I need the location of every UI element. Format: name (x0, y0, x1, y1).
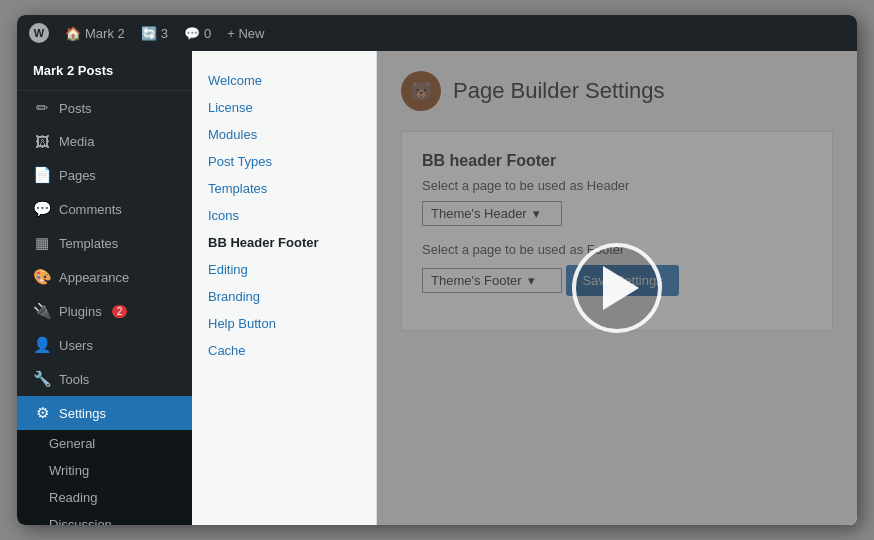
posts-label: Posts (59, 101, 92, 116)
settings-icon: ⚙ (33, 404, 51, 422)
pages-label: Pages (59, 168, 96, 183)
sidebar-item-templates[interactable]: ▦ Templates (17, 226, 192, 260)
comments-nav-label: Comments (59, 202, 122, 217)
pb-nav-bb-header-footer[interactable]: BB Header Footer (192, 229, 376, 256)
sidebar: Mark 2 Posts ✏ Posts 🖼 Media 📄 Pages 💬 C… (17, 51, 192, 525)
plugins-label: Plugins (59, 304, 102, 319)
users-icon: 👤 (33, 336, 51, 354)
comments-count: 0 (204, 26, 211, 41)
wp-logo-button[interactable]: W (29, 23, 49, 43)
video-overlay[interactable] (377, 51, 857, 525)
comments-icon: 💬 (184, 26, 200, 41)
updates-icon: 🔄 (141, 26, 157, 41)
pb-nav-post-types[interactable]: Post Types (192, 148, 376, 175)
sidebar-item-users[interactable]: 👤 Users (17, 328, 192, 362)
templates-label: Templates (59, 236, 118, 251)
pb-main: 🐻 Page Builder Settings BB header Footer… (377, 51, 857, 525)
media-icon: 🖼 (33, 133, 51, 150)
sidebar-item-plugins[interactable]: 🔌 Plugins 2 (17, 294, 192, 328)
pb-nav-help-button[interactable]: Help Button (192, 310, 376, 337)
sidebar-item-pages[interactable]: 📄 Pages (17, 158, 192, 192)
pb-nav-license[interactable]: License (192, 94, 376, 121)
new-label: + New (227, 26, 264, 41)
sidebar-item-media[interactable]: 🖼 Media (17, 125, 192, 158)
settings-label: Settings (59, 406, 106, 421)
submenu-reading[interactable]: Reading (17, 484, 192, 511)
comments-nav-icon: 💬 (33, 200, 51, 218)
media-label: Media (59, 134, 94, 149)
play-button[interactable] (572, 243, 662, 333)
submenu-discussion[interactable]: Discussion (17, 511, 192, 525)
sidebar-site-title: Mark 2 Posts (17, 51, 192, 91)
users-label: Users (59, 338, 93, 353)
tools-label: Tools (59, 372, 89, 387)
site-name-button[interactable]: 🏠 Mark 2 (65, 26, 125, 41)
wp-logo-icon: W (29, 23, 49, 43)
tools-icon: 🔧 (33, 370, 51, 388)
submenu-writing[interactable]: Writing (17, 457, 192, 484)
site-name: Mark 2 (85, 26, 125, 41)
play-triangle-icon (603, 266, 639, 310)
pages-icon: 📄 (33, 166, 51, 184)
home-icon: 🏠 (65, 26, 81, 41)
pb-nav-welcome[interactable]: Welcome (192, 67, 376, 94)
pb-subnav: Welcome License Modules Post Types Templ… (192, 51, 377, 525)
pb-nav-branding[interactable]: Branding (192, 283, 376, 310)
pb-nav-icons[interactable]: Icons (192, 202, 376, 229)
sidebar-item-comments[interactable]: 💬 Comments (17, 192, 192, 226)
sidebar-item-appearance[interactable]: 🎨 Appearance (17, 260, 192, 294)
site-title-text: Mark 2 Posts (33, 63, 113, 78)
pb-nav-templates[interactable]: Templates (192, 175, 376, 202)
updates-count: 3 (161, 26, 168, 41)
templates-icon: ▦ (33, 234, 51, 252)
comments-button[interactable]: 💬 0 (184, 26, 211, 41)
content-area: Welcome License Modules Post Types Templ… (192, 51, 857, 525)
sidebar-item-tools[interactable]: 🔧 Tools (17, 362, 192, 396)
submenu-general[interactable]: General (17, 430, 192, 457)
sidebar-item-settings[interactable]: ⚙ Settings (17, 396, 192, 430)
settings-submenu: General Writing Reading Discussion Media… (17, 430, 192, 525)
posts-icon: ✏ (33, 99, 51, 117)
appearance-icon: 🎨 (33, 268, 51, 286)
pb-nav-modules[interactable]: Modules (192, 121, 376, 148)
new-content-button[interactable]: + New (227, 26, 264, 41)
plugins-badge: 2 (112, 305, 128, 318)
pb-nav-cache[interactable]: Cache (192, 337, 376, 364)
admin-bar: W 🏠 Mark 2 🔄 3 💬 0 + New (17, 15, 857, 51)
pb-nav-editing[interactable]: Editing (192, 256, 376, 283)
updates-button[interactable]: 🔄 3 (141, 26, 168, 41)
plugins-icon: 🔌 (33, 302, 51, 320)
appearance-label: Appearance (59, 270, 129, 285)
sidebar-item-posts[interactable]: ✏ Posts (17, 91, 192, 125)
